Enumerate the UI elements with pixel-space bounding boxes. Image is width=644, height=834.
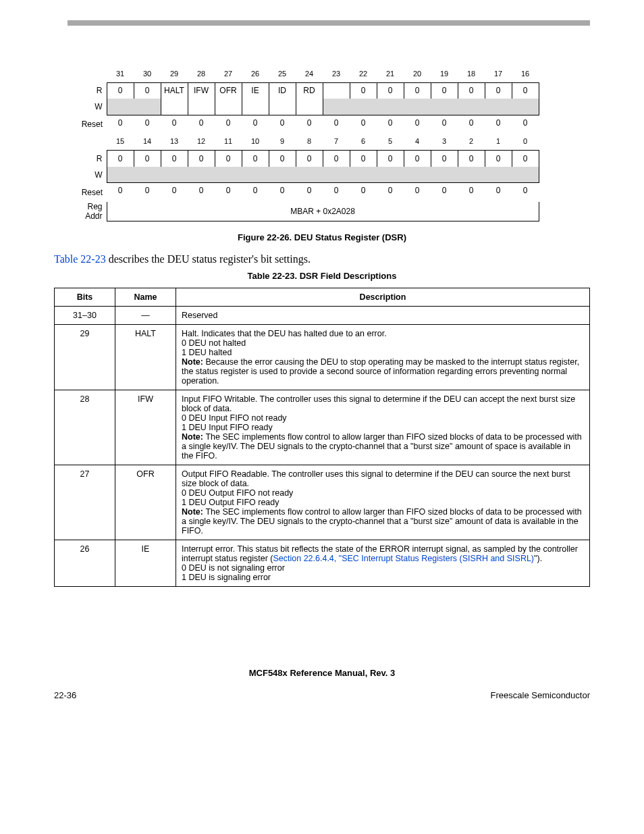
desc-text: 0 DEU Output FIFO not ready [182, 488, 584, 498]
cell-bits: 29 [55, 325, 115, 390]
cell-bits: 31–30 [55, 307, 115, 325]
w-row-high: W [74, 99, 539, 115]
table-row: 31–30—Reserved [55, 307, 590, 325]
cell-bits: 27 [55, 465, 115, 540]
desc-note: Note: The SEC implements flow control to… [182, 432, 584, 461]
cell-description: Input FIFO Writable. The controller uses… [176, 390, 590, 465]
reg-addr-value: MBAR + 0x2A028 [107, 202, 539, 221]
desc-text: Output FIFO Readable. The controller use… [182, 469, 584, 488]
header-name: Name [115, 288, 176, 307]
table-header-row: Bits Name Description [55, 288, 590, 307]
cell-bits: 26 [55, 540, 115, 587]
label-w: W [74, 99, 107, 115]
label-reg-addr: RegAddr [74, 202, 107, 221]
desc-text: 1 DEU halted [182, 348, 584, 357]
desc-note: Note: The SEC implements flow control to… [182, 507, 584, 536]
reset-row-low: Reset 0000000000000000 [74, 183, 539, 203]
desc-text: Interrupt error. This status bit reflect… [182, 544, 584, 563]
r-row-low: R 0000000000000000 [74, 151, 539, 167]
cell-name: IE [115, 540, 176, 587]
header-rule [68, 20, 590, 26]
table-row: 27OFROutput FIFO Readable. The controlle… [55, 465, 590, 540]
register-table: 31302928272625242322212019181716 R 00HAL… [74, 66, 539, 221]
table-row: 26IEInterrupt error. This status bit ref… [55, 540, 590, 587]
label-r: R [74, 82, 107, 99]
table-caption: Table 22-23. DSR Field Descriptions [54, 271, 590, 281]
desc-text: 0 DEU Input FIFO not ready [182, 413, 584, 423]
cell-description: Reserved [176, 307, 590, 325]
figure-caption: Figure 22-26. DEU Status Register (DSR) [54, 232, 590, 242]
reg-addr-row: RegAddr MBAR + 0x2A028 [74, 202, 539, 221]
header-description: Description [176, 288, 590, 307]
desc-text: Reserved [182, 311, 584, 320]
desc-text: 0 DEU is not signaling error [182, 563, 584, 573]
intro-text: Table 22-23 describes the DEU status reg… [54, 253, 590, 265]
cell-name: IFW [115, 390, 176, 465]
r-row-high: R 00HALTIFWOFRIEIDRD0000000 [74, 82, 539, 99]
cell-name: OFR [115, 465, 176, 540]
cell-description: Output FIFO Readable. The controller use… [176, 465, 590, 540]
cell-description: Halt. Indicates that the DEU has halted … [176, 325, 590, 390]
cell-bits: 28 [55, 390, 115, 465]
desc-text: 0 DEU not halted [182, 338, 584, 348]
description-table: Bits Name Description 31–30—Reserved29HA… [54, 288, 590, 587]
bit-numbers-low: 1514131211109876543210 [74, 134, 539, 151]
desc-text: 1 DEU Output FIFO ready [182, 498, 584, 507]
section-ref-link[interactable]: Section 22.6.4.4, "SEC Interrupt Status … [273, 554, 534, 563]
label-reset: Reset [74, 115, 107, 134]
table-row: 29HALTHalt. Indicates that the DEU has h… [55, 325, 590, 390]
desc-text: Halt. Indicates that the DEU has halted … [182, 329, 584, 338]
table-ref-link[interactable]: Table 22-23 [54, 253, 106, 265]
cell-name: — [115, 307, 176, 325]
w-row-low: W [74, 167, 539, 183]
desc-text: Input FIFO Writable. The controller uses… [182, 394, 584, 413]
reset-row-high: Reset 0000000000000000 [74, 115, 539, 134]
cell-name: HALT [115, 325, 176, 390]
page-number: 22-36 [54, 690, 76, 700]
register-diagram: 31302928272625242322212019181716 R 00HAL… [74, 66, 590, 221]
footer-vendor: Freescale Semiconductor [491, 690, 590, 700]
table-row: 28IFWInput FIFO Writable. The controller… [55, 390, 590, 465]
desc-text: 1 DEU is signaling error [182, 573, 584, 582]
cell-description: Interrupt error. This status bit reflect… [176, 540, 590, 587]
desc-text: 1 DEU Input FIFO ready [182, 423, 584, 432]
footer-title: MCF548x Reference Manual, Rev. 3 [54, 668, 590, 678]
page-footer: MCF548x Reference Manual, Rev. 3 22-36 F… [54, 668, 590, 700]
desc-note: Note: Because the error causing the DEU … [182, 357, 584, 386]
bit-numbers-high: 31302928272625242322212019181716 [74, 66, 539, 82]
header-bits: Bits [55, 288, 115, 307]
